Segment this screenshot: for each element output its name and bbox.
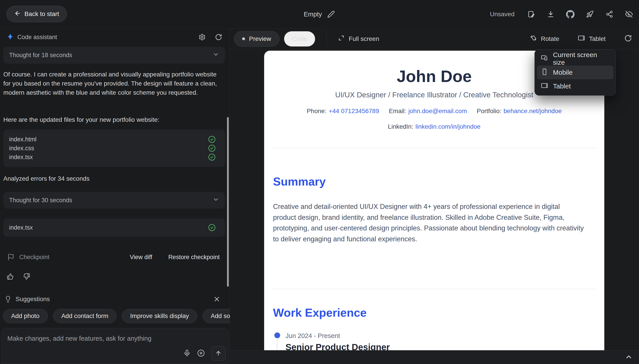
thumbs-down-icon[interactable] [23,273,30,280]
edit-title-pencil-icon[interactable] [327,10,335,18]
project-title: Empty [304,0,335,28]
menu-item-label: Current screen size [553,51,609,66]
file-row[interactable]: index.html [9,135,219,144]
chevron-down-icon [213,51,219,59]
tab-preview-label: Preview [249,35,271,42]
refresh-preview-icon[interactable] [624,34,633,43]
file-name: index.tsx [9,154,33,161]
contact-portfolio-link[interactable]: behance.net/johndoe [504,108,562,114]
summary-text: Creative and detail-oriented UI/UX Desig… [273,201,584,244]
deploy-rocket-icon[interactable] [586,10,594,18]
contact-phone-link[interactable]: +44 07123456789 [329,108,379,114]
file-row[interactable]: index.css [9,144,219,153]
summary-heading: Summary [273,175,326,188]
check-circle-icon [208,153,216,161]
menu-item-mobile[interactable]: Mobile [537,66,613,79]
file-name: index.html [9,136,37,143]
refresh-assistant-icon[interactable] [214,33,223,42]
share-icon[interactable] [605,10,614,18]
contact-row-2: LinkedIn:linkedin.com/in/johndoe [264,122,604,131]
contact-row-1: Phone:+44 07123456789 Email:john.doe@ema… [264,107,604,116]
contact-linkedin-link[interactable]: linkedin.com/in/johndoe [416,123,481,130]
full-screen-button[interactable]: Full screen [338,34,379,43]
rotate-label: Rotate [541,35,559,42]
check-circle-icon [208,136,216,143]
check-circle-icon [208,144,216,152]
expand-icon [338,34,345,43]
github-icon[interactable] [566,10,574,18]
device-selector-label: Tablet [589,35,606,42]
work-experience-heading: Work Experience [273,306,367,320]
contact-email: Email:john.doe@email.com [389,107,467,116]
attach-plus-icon[interactable] [196,348,206,358]
device-size-menu: Current screen size Mobile Tablet [534,49,616,96]
sidebar-scrollbar[interactable] [227,117,229,287]
generated-files-card: index.html index.css index.tsx [3,130,225,167]
top-bar: Back to start Empty Unsaved [0,0,639,28]
microphone-icon[interactable] [182,348,192,358]
eye-off-icon[interactable] [625,10,633,18]
view-diff-button[interactable]: View diff [130,254,152,261]
file-row[interactable]: index.tsx [9,153,219,162]
device-selector-button[interactable]: Tablet [578,34,606,43]
tab-preview[interactable]: Preview [234,31,279,47]
thought-2-label: Thought for 30 seconds [9,197,72,204]
arrow-up-icon [215,350,222,357]
back-to-start-button[interactable]: Back to start [7,6,67,22]
unsaved-status: Unsaved [490,11,514,18]
contact-linkedin: LinkedIn:linkedin.com/in/johndoe [388,122,480,131]
settings-gear-icon[interactable] [198,33,207,42]
rotate-button[interactable]: Rotate [530,34,559,43]
thought-block-2[interactable]: Thought for 30 seconds [3,192,225,209]
updated-file-card[interactable]: index.tsx [3,218,225,237]
suggestion-chip-add-social[interactable]: Add soci [203,309,230,323]
lightbulb-icon [5,296,12,303]
checkpoint-row: Checkpoint View diff Restore checkpoint [7,252,220,262]
chevron-up-icon[interactable] [625,353,634,362]
mobile-icon [541,68,548,77]
preview-toolbar: Preview Code Full screen Rotate [230,28,639,49]
chevron-down-icon [213,196,219,204]
restore-checkpoint-button[interactable]: Restore checkpoint [168,254,220,261]
contact-email-link[interactable]: john.doe@email.com [408,108,467,114]
thought-block-1[interactable]: Thought for 18 seconds [3,47,225,64]
assistant-header: Code assistant [0,28,230,46]
timeline-line [277,339,277,350]
tablet-icon [541,82,548,91]
save-project-icon[interactable] [527,10,535,18]
suggestion-chip-add-contact-form[interactable]: Add contact form [53,309,117,323]
menu-item-label: Mobile [553,69,572,76]
prompt-input[interactable] [7,333,190,344]
contact-linkedin-label: LinkedIn: [388,123,413,130]
send-button[interactable] [211,346,226,361]
topbar-actions: Unsaved [490,0,633,28]
download-icon[interactable] [546,10,555,18]
file-name: index.css [9,145,34,152]
code-assistant-panel: Code assistant Thought for 18 seconds Of… [0,28,230,364]
tab-code-label: Code [292,35,307,42]
close-suggestions-icon[interactable] [213,295,221,303]
preview-pane: Preview Code Full screen Rotate [230,28,639,364]
app-root: Back to start Empty Unsaved [0,0,639,364]
bottom-bar [230,350,639,364]
assistant-message: Of course. I can create a professional a… [3,70,225,97]
menu-item-current-screen-size[interactable]: Current screen size [537,52,613,66]
feedback-row [7,273,30,280]
full-screen-label: Full screen [349,35,379,42]
contact-email-label: Email: [389,108,406,114]
timeline-dot [274,332,280,338]
tablet-icon [578,34,585,43]
tab-code[interactable]: Code [284,31,315,47]
toolbar-divider [326,30,327,48]
thumbs-up-icon[interactable] [7,273,14,280]
job-title: Senior Product Designer [285,342,390,350]
contact-phone: Phone:+44 07123456789 [307,107,379,116]
suggestion-chips: Add photo Add contact form Improve skill… [3,309,230,323]
suggestion-chip-improve-skills[interactable]: Improve skills display [122,309,197,323]
suggestions-title: Suggestions [16,296,50,303]
check-circle-icon [208,224,216,231]
assistant-title: Code assistant [17,34,57,41]
menu-item-tablet[interactable]: Tablet [537,79,613,93]
suggestion-chip-add-photo[interactable]: Add photo [3,309,48,323]
rotate-device-icon [530,34,537,43]
